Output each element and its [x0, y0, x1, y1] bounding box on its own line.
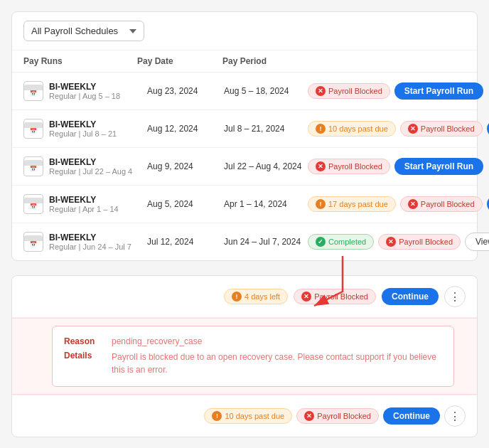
- pay-actions: ✕ Payroll Blocked Start Payroll Run ⋮: [308, 158, 489, 175]
- red-arrow: [300, 252, 385, 309]
- past-due-badge: ! 10 days past due: [204, 408, 292, 424]
- pay-date: Aug 12, 2024: [147, 124, 218, 134]
- days-left-badge: ! 4 days left: [224, 289, 288, 304]
- continue-button[interactable]: Continue: [487, 120, 489, 137]
- pay-actions: ✕ Payroll Blocked Start Payroll Run ⋮: [308, 82, 489, 100]
- payroll-blocked-badge: ✕ Payroll Blocked: [308, 83, 390, 99]
- start-payroll-run-button[interactable]: Start Payroll Run: [394, 82, 483, 100]
- more-options-button[interactable]: ⋮: [444, 405, 466, 427]
- bottom-panel: ! 4 days left ✕ Payroll Blocked Continue…: [11, 275, 478, 437]
- pay-type: BI-WEEKLY: [49, 157, 141, 167]
- details-value: Payroll is blocked due to an open recove…: [112, 351, 442, 376]
- col-pay-period: Pay Period: [222, 56, 466, 66]
- continue-button[interactable]: Continue: [382, 288, 439, 305]
- table-row: 📅 BI-WEEKLY Regular | Jul 22 – Aug 4 Aug…: [12, 148, 477, 186]
- past-due-badge: ! 17 days past due: [308, 196, 396, 212]
- bottom-row-10days: ! 10 days past due ✕ Payroll Blocked Con…: [12, 395, 477, 437]
- blocked-icon: ✕: [386, 237, 396, 247]
- warning-icon: !: [232, 292, 242, 302]
- calendar-icon: 📅: [23, 194, 43, 214]
- blocked-icon: ✕: [408, 124, 418, 134]
- pay-sub: Regular | Aug 5 – 18: [49, 92, 141, 100]
- pay-date: Aug 23, 2024: [147, 86, 218, 96]
- start-payroll-run-button[interactable]: Start Payroll Run: [394, 158, 483, 175]
- table-row: 📅 BI-WEEKLY Regular | Aug 5 – 18 Aug 23,…: [12, 73, 477, 110]
- pay-sub: Regular | Apr 1 – 14: [49, 205, 141, 213]
- continue-button[interactable]: Continue: [383, 407, 440, 425]
- pay-info: BI-WEEKLY Regular | Apr 1 – 14: [49, 195, 141, 213]
- tooltip-container: ❯ Reason pending_recovery_case Details P…: [12, 318, 477, 395]
- warning-icon: !: [316, 124, 326, 134]
- pay-date: Aug 5, 2024: [147, 199, 218, 209]
- pay-info: BI-WEEKLY Regular | Jul 22 – Aug 4: [49, 157, 141, 176]
- bottom-row-4days: ! 4 days left ✕ Payroll Blocked Continue…: [12, 276, 477, 318]
- details-label: Details: [64, 351, 103, 361]
- check-icon: ✓: [316, 237, 326, 247]
- view-button[interactable]: View: [465, 233, 489, 251]
- table-header: Pay Runs Pay Date Pay Period: [12, 50, 477, 73]
- payroll-blocked-badge: ✕ Payroll Blocked: [296, 408, 379, 424]
- table-row: 📅 BI-WEEKLY Regular | Jul 8 – 21 Aug 12,…: [12, 110, 477, 148]
- pay-actions: ✓ Completed ✕ Payroll Blocked View ⋮: [308, 233, 489, 251]
- pay-actions: ! 10 days past due ✕ Payroll Blocked Con…: [308, 120, 489, 137]
- calendar-icon: 📅: [23, 156, 43, 176]
- top-panel: All Payroll Schedules Weekly Bi-Weekly M…: [11, 11, 478, 261]
- pay-info: BI-WEEKLY Regular | Aug 5 – 18: [49, 82, 141, 100]
- pay-sub: Regular | Jul 22 – Aug 4: [49, 167, 141, 176]
- payroll-blocked-badge: ✕ Payroll Blocked: [378, 234, 461, 250]
- pay-sub: Regular | Jun 24 – Jul 7: [49, 242, 141, 251]
- pay-period: Jun 24 – Jul 7, 2024: [224, 237, 302, 247]
- pay-period: Apr 1 – 14, 2024: [224, 199, 302, 209]
- reason-label: Reason: [64, 336, 103, 346]
- pay-date: Jul 12, 2024: [147, 237, 218, 247]
- tooltip-details-row: Details Payroll is blocked due to an ope…: [64, 351, 442, 376]
- tooltip-panel: Reason pending_recovery_case Details Pay…: [52, 326, 454, 387]
- pay-actions: ! 17 days past due ✕ Payroll Blocked Con…: [308, 196, 489, 213]
- pay-period: Aug 5 – 18, 2024: [224, 86, 302, 96]
- table-row: 📅 BI-WEEKLY Regular | Jun 24 – Jul 7 Jul…: [12, 223, 477, 260]
- pay-type: BI-WEEKLY: [49, 119, 141, 129]
- pay-info: BI-WEEKLY Regular | Jul 8 – 21: [49, 119, 141, 138]
- pay-type: BI-WEEKLY: [49, 82, 141, 92]
- payroll-blocked-badge: ✕ Payroll Blocked: [400, 121, 483, 137]
- pay-info: BI-WEEKLY Regular | Jun 24 – Jul 7: [49, 233, 141, 251]
- dropdown-row: All Payroll Schedules Weekly Bi-Weekly M…: [12, 21, 477, 50]
- blocked-icon: ✕: [304, 411, 314, 421]
- warning-icon: !: [316, 199, 326, 209]
- pay-sub: Regular | Jul 8 – 21: [49, 129, 141, 138]
- calendar-icon: 📅: [23, 81, 43, 101]
- blocked-icon: ✕: [316, 161, 326, 171]
- pay-period: Jul 8 – 21, 2024: [224, 124, 302, 134]
- pay-period: Jul 22 – Aug 4, 2024: [224, 161, 302, 171]
- pay-type: BI-WEEKLY: [49, 195, 141, 205]
- blocked-icon: ✕: [316, 86, 326, 96]
- col-pay-date: Pay Date: [137, 56, 222, 66]
- payroll-blocked-badge: ✕ Payroll Blocked: [308, 159, 390, 174]
- more-options-button[interactable]: ⋮: [444, 286, 466, 307]
- calendar-icon: 📅: [23, 119, 43, 139]
- reason-value: pending_recovery_case: [112, 336, 202, 346]
- tooltip-reason-row: Reason pending_recovery_case: [64, 336, 442, 346]
- pay-type: BI-WEEKLY: [49, 233, 141, 242]
- pay-date: Aug 9, 2024: [147, 161, 218, 171]
- payroll-blocked-badge: ✕ Payroll Blocked: [400, 196, 483, 212]
- payroll-schedule-dropdown[interactable]: All Payroll Schedules Weekly Bi-Weekly M…: [23, 21, 144, 41]
- calendar-icon: 📅: [23, 232, 43, 252]
- continue-button[interactable]: Continue: [487, 196, 489, 213]
- completed-badge: ✓ Completed: [308, 234, 374, 250]
- blocked-icon: ✕: [408, 199, 418, 209]
- warning-icon: !: [212, 411, 222, 421]
- past-due-badge: ! 10 days past due: [308, 121, 396, 137]
- table-row: 📅 BI-WEEKLY Regular | Apr 1 – 14 Aug 5, …: [12, 186, 477, 223]
- col-pay-runs: Pay Runs: [23, 56, 137, 66]
